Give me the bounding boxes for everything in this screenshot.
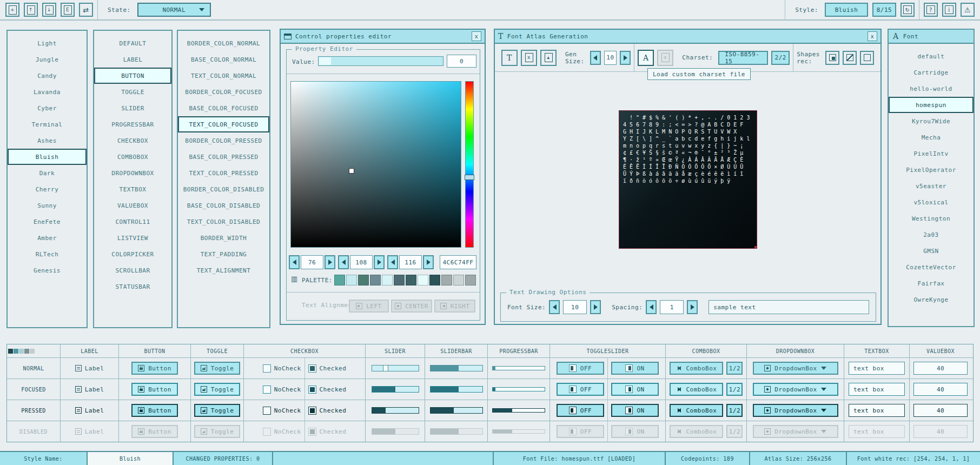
style-list-item[interactable]: Ashes — [8, 132, 87, 149]
valuebox-control[interactable]: 40 — [913, 362, 968, 375]
control-list-item[interactable]: TOGGLE — [94, 84, 171, 100]
charset-default-button[interactable]: A — [638, 50, 654, 66]
gen-size-increment-button[interactable] — [620, 51, 631, 65]
style-list-item[interactable]: Cyber — [8, 100, 87, 116]
control-list-item[interactable]: CONTROL11 — [94, 214, 171, 230]
blue-increment-button[interactable] — [423, 255, 434, 269]
palette-swatch[interactable] — [441, 275, 452, 285]
palette-swatch[interactable] — [429, 275, 440, 285]
close-icon[interactable]: x — [868, 31, 877, 41]
font-list-item[interactable]: Westington — [889, 210, 974, 227]
property-list-item[interactable]: BORDER_COLOR_NORMAL — [178, 35, 269, 51]
value-box[interactable]: 0 — [447, 55, 476, 68]
red-decrement-button[interactable] — [289, 255, 300, 269]
style-list-item[interactable]: Lavanda — [8, 84, 87, 100]
dropdownbox-control[interactable]: DropdownBox — [753, 362, 838, 375]
button-control[interactable]: Button — [131, 362, 178, 375]
align-left-button[interactable]: LEFT — [349, 300, 389, 313]
state-dropdown[interactable]: NORMAL — [137, 3, 211, 17]
toggle-control[interactable]: Toggle — [194, 383, 241, 396]
valuebox-control[interactable]: 40 — [913, 383, 968, 396]
style-list-item[interactable]: RLTech — [8, 246, 87, 262]
control-list-item[interactable]: BUTTON — [94, 68, 171, 84]
palette-swatch[interactable] — [382, 275, 393, 285]
control-list-item[interactable]: VALUEBOX — [94, 197, 171, 214]
blue-decrement-button[interactable] — [387, 255, 398, 269]
combobox-control[interactable]: ComboBox — [670, 404, 724, 417]
align-right-button[interactable]: RIGHT — [434, 300, 475, 313]
control-list-item[interactable]: LISTVIEW — [94, 230, 171, 246]
control-list-item[interactable]: TEXTBOX — [94, 181, 171, 197]
combobox-control[interactable]: ComboBox — [670, 383, 724, 396]
dropdownbox-control[interactable]: DropdownBox — [753, 383, 838, 396]
report-issue-button[interactable]: ⚠ — [961, 3, 975, 17]
toggleslider-off[interactable]: OFF — [557, 383, 604, 396]
align-center-button[interactable]: CENTER — [391, 300, 432, 313]
value-slider-handle[interactable] — [319, 57, 331, 65]
palette-swatch[interactable] — [394, 275, 405, 285]
checkbox-unchecked[interactable]: NoCheck — [263, 407, 301, 415]
font-list-item[interactable]: v5loxical — [889, 194, 974, 210]
font-list-item[interactable]: PixelIntv — [889, 145, 974, 162]
font-list-item[interactable]: hello-world — [889, 81, 974, 97]
property-list-item[interactable]: BASE_COLOR_NORMAL — [178, 51, 269, 68]
spacing-value-box[interactable]: 1 — [660, 300, 684, 314]
slider-control[interactable] — [372, 407, 419, 414]
toggle-control[interactable]: Toggle — [194, 362, 241, 375]
slider-control[interactable] — [372, 386, 419, 393]
combobox-count[interactable]: 1/2 — [726, 362, 743, 375]
sliderbar-control[interactable] — [430, 365, 483, 371]
export-style-button[interactable]: E — [61, 3, 75, 17]
style-list-item[interactable]: Cherry — [8, 181, 87, 197]
red-increment-button[interactable] — [325, 255, 335, 269]
random-style-button[interactable]: ⇄ — [79, 3, 93, 17]
style-list-item[interactable]: Light — [8, 35, 87, 51]
property-list-item[interactable]: TEXT_COLOR_DISABLED — [178, 214, 269, 230]
green-increment-button[interactable] — [374, 255, 385, 269]
slider-handle[interactable] — [383, 365, 388, 371]
checkbox-checked[interactable]: Checked — [308, 407, 347, 415]
font-list-item[interactable]: 2a03 — [889, 227, 974, 243]
info-button[interactable]: i — [942, 3, 956, 17]
control-list-item[interactable]: CHECKBOX — [94, 132, 171, 149]
font-list-item[interactable]: default — [889, 48, 974, 64]
property-list-item[interactable]: BORDER_COLOR_DISABLED — [178, 181, 269, 197]
font-list-item[interactable]: Cartridge — [889, 64, 974, 81]
spacing-increment-button[interactable] — [687, 300, 698, 314]
font-list-item[interactable]: OwreKynge — [889, 291, 974, 308]
control-list-item[interactable]: DROPDOWNBOX — [94, 165, 171, 181]
hue-bar-handle[interactable] — [465, 175, 474, 180]
reload-style-button[interactable]: ↻ — [900, 3, 915, 17]
atlas-image-button[interactable]: ▴ — [540, 50, 557, 66]
checkbox-checked[interactable]: Checked — [308, 386, 347, 394]
property-list-item[interactable]: TEXT_COLOR_PRESSED — [178, 165, 269, 181]
new-style-button[interactable]: + — [5, 3, 19, 17]
property-list-item[interactable]: TEXT_COLOR_FOCUSED — [178, 116, 269, 132]
valuebox-control[interactable]: 40 — [913, 404, 968, 417]
palette-swatch[interactable] — [358, 275, 369, 285]
checkbox-unchecked[interactable]: NoCheck — [263, 364, 301, 373]
style-list-item[interactable]: Amber — [8, 230, 87, 246]
palette-swatch[interactable] — [334, 275, 345, 285]
sample-text-input[interactable]: sample text — [708, 300, 869, 314]
color-panel-cursor[interactable] — [349, 168, 354, 174]
toggleslider-off[interactable]: OFF — [557, 404, 604, 417]
control-properties-titlebar[interactable]: Control properties editor x — [281, 30, 485, 44]
property-list-item[interactable]: BASE_COLOR_PRESSED — [178, 149, 269, 165]
gen-size-value-box[interactable]: 10 — [604, 51, 617, 65]
palette-swatch[interactable] — [370, 275, 381, 285]
style-list-item[interactable]: Jungle — [8, 51, 87, 68]
style-list-item[interactable]: Genesis — [8, 262, 87, 278]
style-list-item[interactable]: Dark — [8, 165, 87, 181]
red-value-box[interactable]: 76 — [301, 255, 323, 269]
green-value-box[interactable]: 108 — [350, 255, 373, 269]
control-list-item[interactable]: STATUSBAR — [94, 278, 171, 295]
property-list-item[interactable]: TEXT_ALIGNMENT — [178, 262, 269, 278]
property-list-item[interactable]: BASE_COLOR_FOCUSED — [178, 100, 269, 116]
gen-size-decrement-button[interactable] — [590, 51, 601, 65]
property-list-item[interactable]: BORDER_COLOR_PRESSED — [178, 132, 269, 149]
sliderbar-control[interactable] — [430, 386, 483, 393]
control-list-item[interactable]: SLIDER — [94, 100, 171, 116]
load-style-button[interactable]: ↑ — [24, 3, 38, 17]
shapes-slash-rec-button[interactable] — [843, 51, 857, 65]
